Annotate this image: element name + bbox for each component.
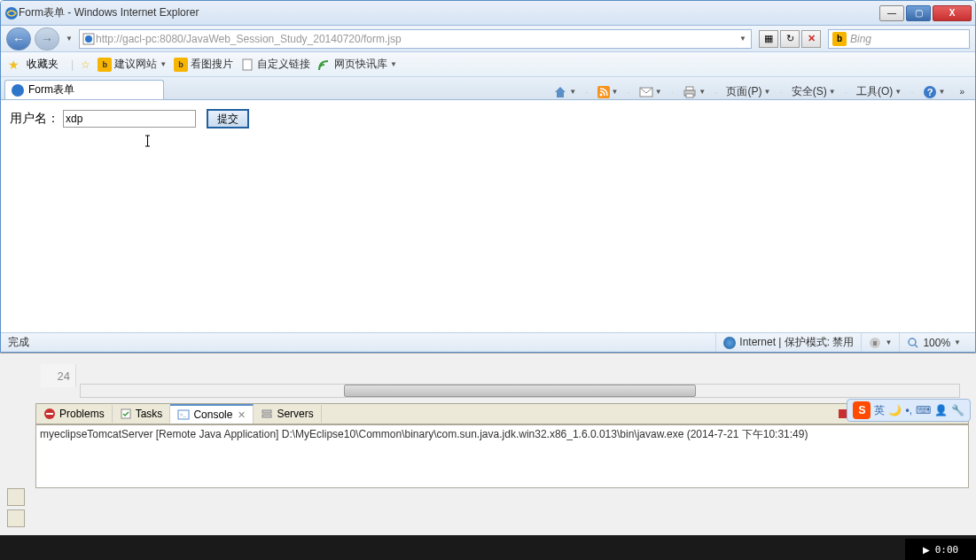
form-row: 用户名： 提交	[10, 109, 966, 128]
tasks-icon	[120, 408, 132, 420]
browser-tab[interactable]: Form表单	[4, 80, 164, 99]
fav-custom-link[interactable]: 自定义链接	[240, 57, 310, 72]
tab-close-icon[interactable]: ✕	[238, 409, 246, 421]
window-title: Form表单 - Windows Internet Explorer	[19, 5, 879, 20]
stop-button[interactable]: ✕	[801, 30, 821, 48]
ime-moon-icon[interactable]: 🌙	[888, 404, 902, 416]
username-label: 用户名：	[10, 111, 59, 127]
status-bar: 完成 Internet | 保护模式: 禁用 ▼ 100% ▼	[1, 332, 975, 352]
close-button[interactable]: X	[933, 5, 972, 21]
ime-user-icon[interactable]: 👤	[934, 404, 948, 416]
console-tab[interactable]: >_ Console ✕	[170, 404, 254, 424]
ide-panel-tabs: Problems Tasks >_ Console ✕ Servers ✕ ⋈ …	[35, 403, 969, 424]
servers-tab[interactable]: Servers	[254, 405, 321, 423]
favorites-star-icon[interactable]: ★	[8, 58, 20, 72]
chevron-down-icon: ▼	[390, 60, 397, 68]
ime-bar[interactable]: S 英 🌙 •, ⌨ 👤 🔧	[847, 399, 971, 422]
url-text: http://gacl-pc:8080/JavaWeb_Session_Stud…	[96, 33, 737, 45]
tools-menu[interactable]: 工具(O)▼	[856, 84, 902, 99]
back-button[interactable]: ←	[6, 27, 31, 51]
sogou-logo-icon: S	[853, 401, 871, 419]
home-button[interactable]: ▼	[553, 85, 576, 99]
page-icon	[240, 58, 254, 72]
ime-lang[interactable]: 英	[874, 403, 885, 418]
fav-image-search[interactable]: b 看图搜片	[174, 57, 233, 72]
svg-rect-23	[262, 415, 271, 417]
svg-point-15	[909, 338, 916, 346]
add-favorite-icon[interactable]: ☆	[81, 58, 90, 71]
svg-text:>_: >_	[180, 412, 187, 417]
page-content: 用户名： 提交	[1, 100, 975, 332]
scrollbar-thumb[interactable]	[344, 385, 695, 397]
command-bar: ▼ · ▼ · ▼ · ▼ · 页面(P)▼ · 安全(S)▼	[553, 84, 972, 99]
forward-button[interactable]: →	[35, 27, 59, 51]
minimize-button[interactable]: —	[879, 5, 904, 21]
page-menu[interactable]: 页面(P)▼	[726, 84, 770, 99]
expand-button[interactable]: »	[959, 87, 964, 97]
tab-bar: Form表单 ▼ · ▼ · ▼ · ▼ · 页面(P	[1, 77, 975, 100]
safety-menu[interactable]: 安全(S)▼	[792, 84, 836, 99]
svg-rect-14	[873, 341, 877, 346]
status-text: 完成	[8, 335, 715, 350]
tab-label: Form表单	[28, 82, 74, 97]
titlebar: Form表单 - Windows Internet Explorer — ▢ X	[1, 1, 975, 26]
url-dropdown[interactable]: ▼	[737, 27, 749, 51]
tab-favicon-icon	[11, 83, 25, 97]
refresh-button[interactable]: ↻	[780, 30, 800, 48]
svg-point-6	[599, 93, 602, 96]
zoom-control[interactable]: 100% ▼	[899, 333, 968, 352]
side-tabs	[0, 488, 32, 527]
svg-rect-3	[243, 59, 252, 70]
fav-suggested-sites[interactable]: b 建议网站 ▼	[98, 57, 167, 72]
submit-button[interactable]: 提交	[207, 109, 249, 128]
favorites-label[interactable]: 收藏夹	[27, 57, 59, 72]
favorites-bar: ★ 收藏夹 | ☆ b 建议网站 ▼ b 看图搜片 自定义链接 网页快讯库 ▼	[1, 52, 975, 77]
console-output[interactable]: myeclipseTomcatServer [Remote Java Appli…	[35, 424, 969, 488]
tasks-tab[interactable]: Tasks	[113, 405, 171, 423]
side-tab-2[interactable]	[7, 509, 25, 527]
username-input[interactable]	[63, 110, 196, 128]
svg-rect-8	[686, 87, 693, 90]
protected-mode-button[interactable]: ▼	[861, 333, 899, 352]
print-button[interactable]: ▼	[683, 86, 706, 98]
servers-icon	[261, 408, 273, 420]
horizontal-scrollbar[interactable]	[80, 384, 960, 398]
window-controls: — ▢ X	[879, 5, 972, 21]
problems-icon	[43, 408, 56, 420]
internet-zone[interactable]: Internet | 保护模式: 禁用	[715, 333, 861, 352]
svg-rect-10	[686, 94, 693, 97]
globe-icon	[723, 337, 736, 349]
url-action-buttons: ▦ ↻ ✕	[759, 30, 821, 48]
side-tab-1[interactable]	[7, 488, 25, 506]
system-tray[interactable]: ▶ 0:00	[905, 539, 976, 560]
navigation-bar: ← → ▼ http://gacl-pc:8080/JavaWeb_Sessio…	[1, 26, 975, 52]
mail-button[interactable]: ▼	[639, 86, 662, 98]
problems-tab[interactable]: Problems	[36, 405, 113, 423]
browser-window: Form表单 - Windows Internet Explorer — ▢ X…	[0, 0, 976, 353]
ime-settings-icon[interactable]: 🔧	[951, 404, 964, 416]
console-icon: >_	[177, 408, 190, 421]
ide-area: 24 Problems Tasks >_ Console ✕	[0, 353, 976, 560]
ime-keyboard-icon[interactable]: ⌨	[916, 404, 931, 416]
search-bar[interactable]: b Bing	[828, 29, 970, 49]
fav-web-slice[interactable]: 网页快讯库 ▼	[317, 57, 397, 72]
bing-small-icon: b	[174, 58, 188, 72]
bing-small-icon: b	[98, 58, 112, 72]
svg-rect-18	[46, 413, 53, 415]
svg-rect-22	[262, 410, 271, 413]
page-favicon-icon	[82, 32, 96, 46]
ime-punct-icon[interactable]: •,	[905, 404, 912, 416]
feeds-button[interactable]: ▼	[597, 86, 619, 98]
maximize-button[interactable]: ▢	[906, 5, 931, 21]
tray-arrow-icon[interactable]: ▶	[923, 545, 930, 555]
search-placeholder: Bing	[850, 33, 871, 45]
svg-line-16	[915, 345, 917, 347]
address-bar[interactable]: http://gacl-pc:8080/JavaWeb_Session_Stud…	[79, 29, 752, 49]
clock: 0:00	[935, 544, 959, 556]
line-number-gutter: 24	[41, 364, 76, 387]
nav-history-dropdown[interactable]: ▼	[63, 27, 75, 51]
compat-view-button[interactable]: ▦	[759, 30, 778, 48]
svg-point-4	[12, 84, 24, 97]
help-button[interactable]: ? ▼	[923, 85, 946, 99]
svg-text:?: ?	[926, 87, 933, 97]
